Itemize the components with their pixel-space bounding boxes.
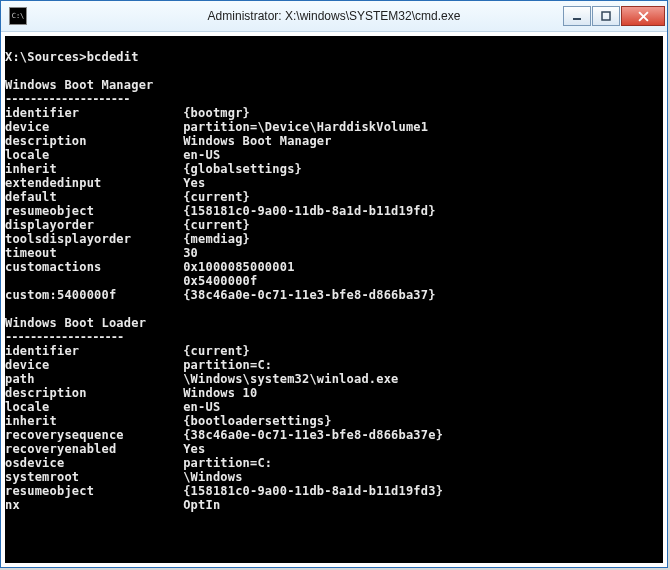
section-underline: -------------------- [5,92,130,106]
section-underline: ------------------- [5,330,123,344]
maximize-button[interactable] [592,6,620,26]
loader-rows: identifier {current} device partition=C:… [5,344,663,512]
prompt-path: X:\Sources> [5,50,87,64]
window-title: Administrator: X:\windows\SYSTEM32\cmd.e… [208,9,461,23]
cmd-window: C:\ Administrator: X:\windows\SYSTEM32\c… [0,0,668,568]
manager-rows: identifier {bootmgr} device partition=\D… [5,106,663,302]
close-button[interactable] [621,6,665,26]
section-title-manager: Windows Boot Manager [5,78,154,92]
cmd-icon: C:\ [9,7,27,25]
svg-rect-0 [573,18,581,20]
window-controls [562,6,665,26]
client-area: X:\Sources>bcdedit Windows Boot Manager … [1,32,667,567]
svg-rect-1 [602,12,610,20]
titlebar[interactable]: C:\ Administrator: X:\windows\SYSTEM32\c… [1,1,667,32]
section-title-loader: Windows Boot Loader [5,316,146,330]
prompt-command: bcdedit [87,50,139,64]
minimize-button[interactable] [563,6,591,26]
console-output[interactable]: X:\Sources>bcdedit Windows Boot Manager … [5,36,663,563]
